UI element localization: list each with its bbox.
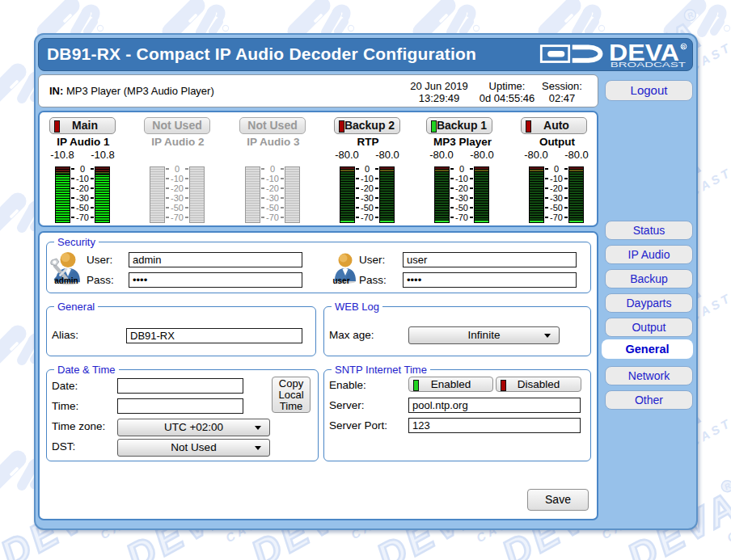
svg-text:R: R — [682, 44, 686, 49]
svg-text:BROADCAST: BROADCAST — [611, 61, 687, 68]
